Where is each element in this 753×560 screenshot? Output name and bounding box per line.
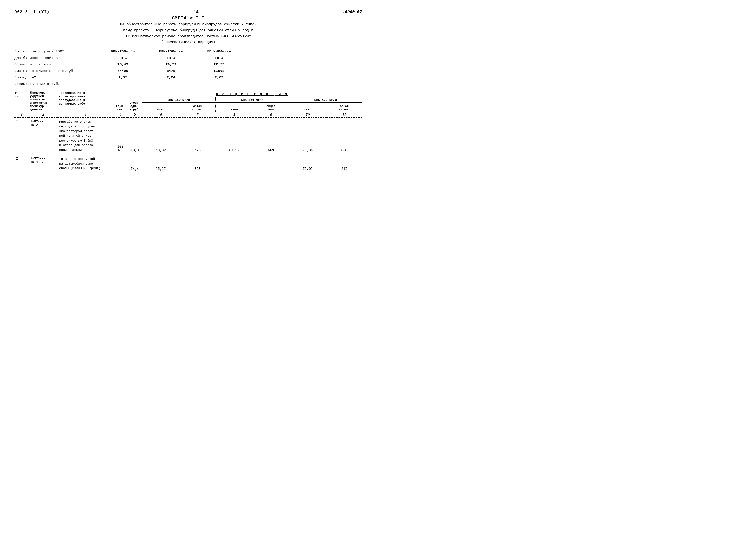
desc-line4: ( пневматическая аэрация): [161, 40, 215, 44]
col-num-7: 7: [180, 112, 215, 117]
col-num-1: I: [15, 112, 29, 117]
table-row: 2. I-325-77I0-4I-м То же , с погрузкойна…: [15, 153, 362, 172]
row2-total150: 363: [180, 153, 215, 172]
meta-section: Составлена в ценах I969 г. для базисного…: [15, 48, 362, 87]
row1-unit: I00м3: [113, 117, 127, 154]
row2-unit: [113, 153, 127, 172]
main-table: №пп Наименов.укрупнен.показател.и нормат…: [15, 91, 362, 172]
meta-stoimost-400: I,02: [195, 74, 243, 81]
row2-qty400: I6,0I: [289, 153, 326, 172]
meta-osnov-150: ГП-I: [99, 55, 147, 61]
meta-label6: Стоимость I м2 в руб.: [15, 81, 99, 87]
meta-columns: БПК-I50мг/л ГП-I I3,49 74400 I,8I БПК-25…: [99, 48, 362, 87]
th-price: Стоим.един.в руб.: [127, 91, 142, 112]
row1-desc: Разработка в вием-ке грунта II группыэко…: [58, 117, 113, 154]
col-num-9: 9: [253, 112, 289, 117]
meta-col-bpk250: БПК-250мг/л ГП-I I0,79 8475 I,24: [147, 48, 195, 87]
th-code: Наименов.укрупнен.показател.и норматив.п…: [29, 91, 58, 112]
meta-labels: Составлена в ценах I969 г. для базисного…: [15, 48, 99, 87]
th-total250: общаястоим.: [253, 102, 289, 112]
row2-desc: То же , с погрузкойна автомобили-само- -…: [58, 153, 113, 172]
doc-number: 902-3-11 (YI): [15, 9, 49, 14]
col-num-6: 6: [142, 112, 180, 117]
row2-qty150: 25,2I: [142, 153, 180, 172]
col-num-10: I0: [289, 112, 326, 117]
th-konc: К о н ц е н т р а ц и я: [142, 91, 362, 97]
row1-total400: 860: [326, 117, 362, 154]
meta-label3: Основание: чертежи: [15, 61, 99, 68]
col-num-4: 4: [113, 112, 127, 117]
col-num-5: 5: [127, 112, 142, 117]
meta-smetnaya-400: I2,I3: [195, 61, 243, 68]
meta-col-bpk250-header: БПК-250мг/л: [147, 48, 195, 55]
th-bpk150: БПК-150 мг/л: [142, 97, 215, 102]
th-qty250: к-во: [215, 102, 253, 112]
page-number: 14: [49, 9, 342, 15]
col-num-8: 8: [215, 112, 253, 117]
meta-smetnaya-150: I3,49: [99, 61, 147, 68]
meta-osnov-400: ГП-I: [195, 55, 243, 61]
meta-smetnaya-250: I0,79: [147, 61, 195, 68]
row1-qty250: 6I,37: [215, 117, 253, 154]
row2-qty250: -: [215, 153, 253, 172]
meta-col-bpk150: БПК-I50мг/л ГП-I I3,49 74400 I,8I: [99, 48, 147, 87]
header-line: 902-3-11 (YI) 14 16960-07: [15, 9, 362, 15]
meta-label4: Сметная стоимость в тыс.руб.: [15, 68, 99, 74]
row1-qty400: 78,86: [289, 117, 326, 154]
meta-col-bpk150-header: БПК-I50мг/л: [99, 48, 147, 55]
description-block: на общестроительные работы аэрируемых би…: [15, 22, 362, 45]
row2-code: I-325-77I0-4I-м: [29, 153, 58, 172]
th-desc: Наименование ихарактеристикаоборудования…: [58, 91, 113, 112]
th-total400: общаястоим.: [326, 102, 362, 112]
main-table-wrapper: №пп Наименов.укрупнен.показател.и нормат…: [15, 91, 362, 172]
desc-line1: на общестроительные работы аэрируемых би…: [120, 22, 256, 26]
row2-total250: -: [253, 153, 289, 172]
row1-qty150: 43,82: [142, 117, 180, 154]
meta-col-bpk400: БПК-400мг/л ГП-I I2,I3 II908 I,02: [195, 48, 243, 87]
th-no: №пп: [15, 91, 29, 112]
desc-line3: IY климатическом районе производительнос…: [125, 35, 251, 39]
th-total150: общаястоим.: [180, 102, 215, 112]
doc-code: 16960-07: [342, 9, 362, 14]
col-num-2: 2: [29, 112, 58, 117]
table-row: I. I-82-77I0-2I-о Разработка в вием-ке г…: [15, 117, 362, 154]
table-col-nums: I 2 3 4 5 6 7 8 9 I0 II: [15, 112, 362, 117]
meta-stoimost-250: I,24: [147, 74, 195, 81]
th-qty400: к-во: [289, 102, 326, 112]
divider-1: [15, 89, 362, 89]
row1-code: I-82-77I0-2I-о: [29, 117, 58, 154]
meta-ploshad-150: 74400: [99, 68, 147, 74]
desc-line2: вому проекту " Аэрируемые биопруды для о…: [123, 28, 253, 33]
page: 902-3-11 (YI) 14 16960-07 СМЕТА № I-I на…: [15, 9, 362, 172]
meta-stoimost-150: I,8I: [99, 74, 147, 81]
th-qty150: к-во: [142, 102, 180, 112]
row2-price: I4,4: [127, 153, 142, 172]
th-unit: Един.изм.: [113, 91, 127, 112]
smeta-title: СМЕТА № I-I: [15, 15, 362, 21]
row1-total250: 669: [253, 117, 289, 154]
table-header-row1: №пп Наименов.укрупнен.показател.и нормат…: [15, 91, 362, 97]
col-num-11: II: [326, 112, 362, 117]
row1-total150: 478: [180, 117, 215, 154]
row1-no: I.: [15, 117, 29, 154]
row1-price: I0,9: [127, 117, 142, 154]
meta-ploshad-250: 8475: [147, 68, 195, 74]
row2-total400: 23I: [326, 153, 362, 172]
col-num-3: 3: [58, 112, 113, 117]
meta-col-bpk400-header: БПК-400мг/л: [195, 48, 243, 55]
th-bpk400: БПК-400 мг/л: [289, 97, 362, 102]
meta-osnov-250: ГП-I: [147, 55, 195, 61]
meta-ploshad-400: II908: [195, 68, 243, 74]
row2-no: 2.: [15, 153, 29, 172]
meta-label1: Составлена в ценах I969 г. для базисного…: [15, 48, 99, 61]
th-bpk250: БПК-250 мг/л: [215, 97, 289, 102]
meta-label5: Площадь м2: [15, 74, 99, 81]
